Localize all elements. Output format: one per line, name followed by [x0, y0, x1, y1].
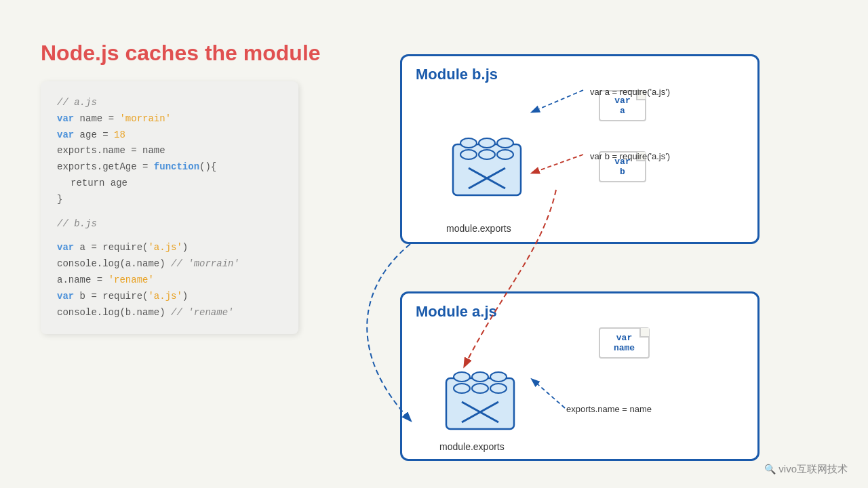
code-line-11: a.name = 'rename' — [57, 272, 282, 289]
code-line-5: exports.getAge = function(){ — [57, 159, 282, 176]
svg-point-14 — [472, 384, 488, 393]
var-name-card: varname — [599, 327, 650, 359]
code-line-12: var b = require('a.js') — [57, 289, 282, 305]
code-block: // a.js var name = 'morrain' var age = 1… — [41, 81, 298, 334]
svg-point-4 — [460, 150, 477, 159]
module-b-box: Module b.js vara varb module.exports — [400, 54, 760, 244]
code-line-4: exports.name = name — [57, 143, 282, 159]
svg-point-3 — [497, 138, 513, 148]
code-line-8: // b.js — [57, 216, 282, 232]
page-title: Node.js caches the module — [41, 41, 321, 66]
svg-point-13 — [454, 384, 470, 393]
module-exports-b-label: module.exports — [446, 223, 511, 234]
lego-block-a — [436, 358, 524, 439]
module-exports-a-label: module.exports — [439, 441, 505, 452]
var-a-card: vara — [599, 90, 646, 121]
svg-point-1 — [460, 138, 477, 148]
code-line-3: var age = 18 — [57, 127, 282, 144]
watermark: 🔍 vivo互联网技术 — [764, 463, 848, 476]
module-a-box: Module a.js varname module.exports — [400, 291, 760, 461]
svg-point-11 — [472, 372, 488, 382]
code-line-7: } — [57, 192, 282, 208]
svg-point-10 — [454, 372, 470, 382]
svg-point-2 — [479, 138, 495, 148]
code-line-9: var a = require('a.js') — [57, 240, 282, 256]
svg-point-15 — [490, 384, 507, 393]
diagram-area: Module b.js vara varb module.exports — [332, 34, 848, 474]
code-line-1: // a.js — [57, 95, 282, 111]
code-line-2: var name = 'morrain' — [57, 111, 282, 127]
module-a-title: Module a.js — [416, 303, 497, 321]
svg-point-5 — [479, 150, 495, 159]
module-b-title: Module b.js — [416, 66, 498, 83]
svg-point-6 — [497, 150, 513, 159]
code-line-6: return age — [57, 176, 282, 192]
lego-block-b — [443, 117, 531, 205]
var-b-card: varb — [599, 151, 646, 182]
code-line-13: console.log(b.name) // 'rename' — [57, 305, 282, 321]
code-line-10: console.log(a.name) // 'morrain' — [57, 256, 282, 272]
svg-point-12 — [490, 372, 507, 382]
